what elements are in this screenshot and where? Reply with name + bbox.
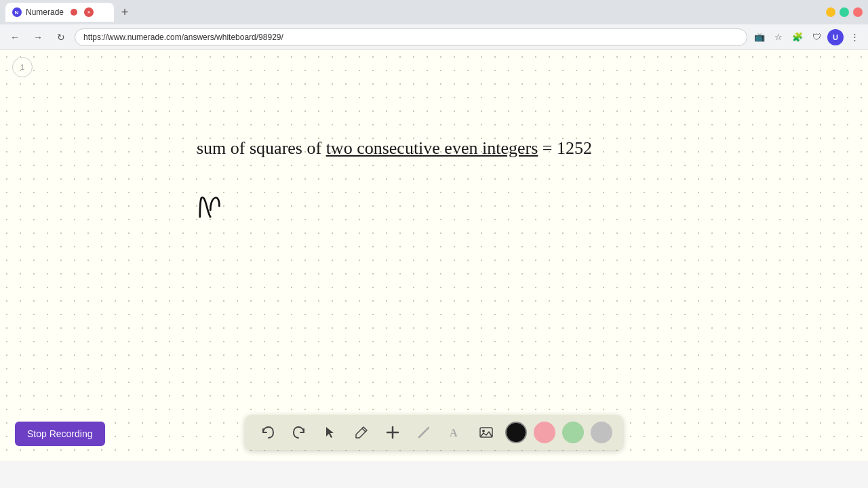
eraser-icon (416, 425, 431, 440)
url-text: https://www.numerade.com/answers/whitebo… (83, 33, 283, 42)
recording-indicator (71, 9, 77, 16)
text-prefix: sum of squares of (197, 138, 326, 158)
back-button[interactable]: ← (5, 28, 24, 47)
menu-icon[interactable]: ⋮ (846, 29, 863, 45)
tab-favicon: N (12, 7, 22, 17)
cursor-icon (323, 425, 338, 440)
pen-icon (354, 425, 369, 440)
select-tool-button[interactable] (318, 420, 342, 445)
tab-close-button[interactable]: × (84, 7, 94, 17)
tab-bar: N Numerade × + (5, 0, 823, 24)
svg-point-8 (482, 430, 485, 432)
pen-tool-button[interactable] (349, 420, 374, 445)
image-icon (479, 425, 494, 440)
stop-recording-button[interactable]: Stop Recording (15, 422, 105, 446)
title-bar: N Numerade × + (0, 0, 868, 24)
svg-line-5 (419, 428, 429, 437)
shield-icon[interactable]: 🛡 (808, 29, 825, 45)
color-pink-swatch[interactable] (534, 422, 555, 443)
main-equation: sum of squares of two consecutive even i… (197, 138, 592, 159)
text-underlined: two consecutive even integers (326, 138, 538, 158)
redo-icon (292, 425, 307, 440)
whiteboard[interactable]: 1 sum of squares of two consecutive even… (0, 50, 868, 461)
tab-title: Numerade (26, 7, 64, 17)
color-green-swatch[interactable] (562, 422, 584, 443)
redo-button[interactable] (287, 420, 311, 445)
image-tool-button[interactable] (474, 420, 498, 445)
add-button[interactable] (380, 420, 405, 445)
text-icon: A (448, 425, 462, 440)
active-tab[interactable]: N Numerade × (5, 3, 114, 22)
forward-button[interactable]: → (28, 28, 47, 47)
slide-number: 1 (12, 57, 33, 77)
new-tab-button[interactable]: + (117, 4, 133, 20)
color-gray-swatch[interactable] (591, 422, 612, 443)
nav-bar: ← → ↻ https://www.numerade.com/answers/w… (0, 24, 868, 50)
color-black-swatch[interactable] (505, 422, 527, 443)
cast-icon[interactable]: 📺 (751, 29, 768, 45)
nav-icons: 📺 ☆ 🧩 🛡 U ⋮ (751, 29, 863, 45)
maximize-button[interactable] (840, 7, 849, 17)
handwritten-symbol (194, 191, 224, 228)
window-controls (826, 7, 863, 17)
undo-icon (260, 425, 275, 440)
drawing-toolbar: A (245, 415, 623, 450)
svg-text:N: N (15, 9, 19, 16)
svg-text:A: A (450, 427, 458, 439)
text-tool-button[interactable]: A (443, 420, 467, 445)
handwritten-n-svg (194, 191, 224, 222)
undo-button[interactable] (256, 420, 280, 445)
plus-icon (385, 425, 400, 440)
extension-icon[interactable]: 🧩 (789, 29, 806, 45)
eraser-tool-button[interactable] (412, 420, 436, 445)
bookmark-icon[interactable]: ☆ (770, 29, 787, 45)
close-button[interactable] (853, 7, 863, 17)
minimize-button[interactable] (826, 7, 835, 17)
address-bar[interactable]: https://www.numerade.com/answers/whitebo… (75, 28, 747, 46)
text-suffix: = 1252 (538, 138, 592, 158)
refresh-button[interactable]: ↻ (52, 28, 71, 47)
user-avatar[interactable]: U (827, 29, 844, 45)
